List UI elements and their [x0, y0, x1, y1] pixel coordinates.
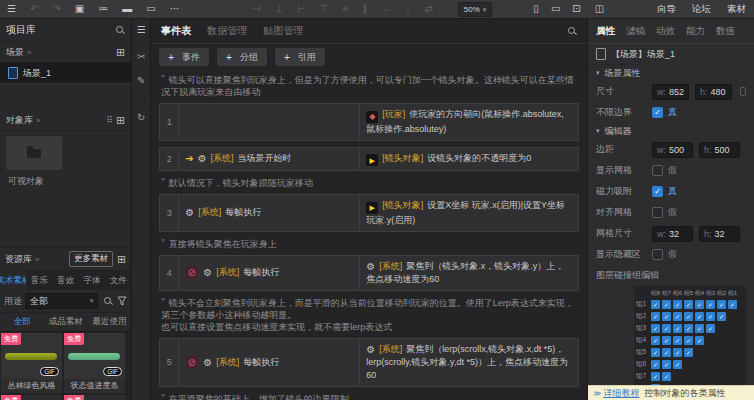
event-action-cell[interactable]: ⚙[系统]聚焦到（lerp(scrollx,镜头对象.x,dt *5)，lerp… [360, 339, 578, 386]
bool-checkbox[interactable] [652, 249, 663, 260]
swap-icon[interactable]: ⇄ [417, 0, 439, 18]
matrix-checkbox[interactable]: ✓ [673, 300, 682, 309]
matrix-cell[interactable]: ✓ [705, 312, 716, 321]
resource-sub-tab[interactable]: 全部 [0, 316, 44, 328]
matrix-cell[interactable]: ✓ [705, 324, 716, 333]
width-input[interactable]: w:852 [652, 84, 689, 100]
inspector-object-row[interactable]: 【场景】场景_1 [588, 44, 754, 65]
event-row[interactable]: 3⚙[系统]每帧执行▶[镜头对象]设置X坐标 玩家.x(启用)|设置Y坐标 玩家… [159, 194, 579, 232]
event-sheet-tab[interactable]: 事件表 [161, 24, 191, 38]
matrix-checkbox[interactable]: ✓ [673, 348, 682, 357]
matrix-cell[interactable]: ✓ [661, 312, 672, 321]
inspector-tab[interactable]: 属性 [596, 25, 615, 38]
matrix-cell[interactable]: ✓ [683, 324, 694, 333]
monitor-play-icon[interactable]: ⊡ [565, 0, 587, 18]
matrix-cell[interactable]: ✓ [694, 312, 705, 321]
event-condition-cell[interactable]: ⊘⚙[系统]每帧执行 [179, 256, 360, 290]
matrix-cell[interactable]: ✓ [650, 300, 661, 309]
matrix-cell[interactable]: ✓ [694, 336, 705, 345]
event-action-cell[interactable]: ▶[镜头对象]设置X坐标 玩家.x(启用)|设置Y坐标 玩家.y(启用) [360, 195, 578, 231]
add-button-事件[interactable]: +事件 [159, 48, 209, 66]
resource-library-header[interactable]: 资源库 » 更多素材 ⊞ [0, 248, 131, 271]
matrix-checkbox[interactable]: ✓ [695, 312, 704, 321]
object-folder-card[interactable] [6, 136, 62, 170]
align-top-icon[interactable]: ⊤ [313, 0, 336, 18]
matrix-cell[interactable]: ✓ [650, 324, 661, 333]
matrix-checkbox[interactable]: ✓ [684, 336, 693, 345]
matrix-cell[interactable]: ✓ [694, 324, 705, 333]
event-condition-cell[interactable]: ⚙[系统]每帧执行 [179, 195, 360, 231]
matrix-cell[interactable]: ✓ [694, 300, 705, 309]
event-comment[interactable]: "镜头不会立刻聚焦到玩家身上，而是平滑的从当前位置移动到玩家的位置。使用了Ler… [161, 297, 577, 333]
asset-card[interactable]: GIF丛林绿色风格免费 [0, 332, 63, 394]
matrix-checkbox[interactable]: ✓ [673, 312, 682, 321]
matrix-cell[interactable]: ✓ [661, 372, 672, 381]
event-row[interactable]: 4⊘⚙[系统]每帧执行⚙[系统]聚焦到（镜头对象.x，镜头对象.y）上，焦点移动… [159, 255, 579, 291]
bool-checkbox[interactable]: ✓ [652, 107, 663, 118]
matrix-checkbox[interactable]: ✓ [662, 324, 671, 333]
event-condition-cell[interactable]: ➔⚙[系统]当场景开始时 [179, 148, 360, 171]
matrix-checkbox[interactable]: ✓ [695, 336, 704, 345]
filter-dropdown[interactable]: 全部 ▾ [25, 293, 98, 309]
scene-section-header[interactable]: 场景 » ⊞ [0, 42, 131, 63]
zoom-dropdown[interactable]: 50%▾ [458, 2, 493, 17]
matrix-checkbox[interactable]: ✓ [706, 312, 715, 321]
matrix-checkbox[interactable]: ✓ [706, 324, 715, 333]
resource-tab[interactable]: 音乐 [26, 271, 52, 290]
undo-icon[interactable]: ↶ [23, 0, 45, 18]
matrix-checkbox[interactable]: ✓ [717, 300, 726, 309]
matrix-checkbox[interactable]: ✓ [662, 312, 671, 321]
matrix-cell[interactable]: ✓ [650, 348, 661, 357]
resource-search-icon[interactable] [103, 296, 113, 306]
toolbar-link-2[interactable]: 素材 [719, 3, 754, 16]
event-row[interactable]: 5⊘⚙[系统]每帧执行⚙[系统]聚焦到（lerp(scrollx,镜头对象.x,… [159, 338, 579, 387]
asset-card[interactable]: 免费 [0, 394, 63, 400]
frame-icon[interactable]: ▭ [139, 0, 162, 18]
height-input[interactable]: h:32 [699, 226, 740, 242]
matrix-cell[interactable]: ✓ [672, 348, 683, 357]
event-search-icon[interactable] [567, 26, 577, 36]
more-assets-button[interactable]: 更多素材 [69, 251, 113, 267]
inspector-tab[interactable]: 动效 [656, 25, 675, 38]
search-icon[interactable] [115, 25, 125, 35]
matrix-checkbox[interactable]: ✓ [706, 300, 715, 309]
event-sheet-tab[interactable]: 数据管理 [207, 24, 247, 38]
event-action-cell[interactable]: ⚙[系统]聚焦到（镜头对象.x，镜头对象.y）上，焦点移动速度为60 [360, 256, 578, 290]
matrix-checkbox[interactable]: ✓ [684, 300, 693, 309]
object-library-header[interactable]: 对象库 » ⠿ ⊞ [0, 110, 131, 131]
bool-checkbox[interactable] [652, 207, 663, 218]
matrix-cell[interactable]: ✓ [661, 300, 672, 309]
matrix-checkbox[interactable]: ✓ [651, 372, 660, 381]
more-icon[interactable]: ⋯ [163, 0, 187, 18]
event-comment[interactable]: "在平滑聚焦的基础上，增加了镜头的边界限制。场景中的四个边界对象决定了镜头的最大… [161, 393, 577, 400]
matrix-checkbox[interactable]: ✓ [651, 300, 660, 309]
matrix-checkbox[interactable]: ✓ [684, 312, 693, 321]
event-action-cell[interactable]: ◆[玩家]使玩家的方向朝向(鼠标操作.absolutex,鼠标操作.absolu… [360, 104, 578, 140]
filter-funnel-icon[interactable] [117, 296, 127, 306]
grid-view-icon[interactable]: ⠿ [107, 115, 113, 125]
matrix-cell[interactable]: ✓ [716, 300, 727, 309]
event-action-cell[interactable]: ▶[镜头对象]设镜头对象的不透明度为0 [360, 148, 578, 171]
height-input[interactable]: h:500 [699, 142, 740, 158]
matrix-checkbox[interactable]: ✓ [651, 336, 660, 345]
width-input[interactable]: w:32 [652, 226, 693, 242]
matrix-checkbox[interactable]: ✓ [651, 312, 660, 321]
pill-icon[interactable]: ▬ [115, 0, 139, 18]
scissors-icon[interactable]: ✂ [137, 51, 145, 62]
event-condition-cell[interactable]: ⊘⚙[系统]每帧执行 [179, 339, 360, 386]
matrix-cell[interactable]: ✓ [672, 336, 683, 345]
matrix-cell[interactable]: ✓ [650, 312, 661, 321]
matrix-cell[interactable]: ✓ [661, 348, 672, 357]
matrix-checkbox[interactable]: ✓ [662, 300, 671, 309]
matrix-cell[interactable]: ✓ [683, 300, 694, 309]
asset-card[interactable]: GIF状态值进度条免费 [63, 332, 126, 394]
matrix-cell[interactable]: ✓ [705, 300, 716, 309]
event-comment[interactable]: "直接将镜头聚焦在玩家身上 [161, 238, 577, 250]
matrix-checkbox[interactable]: ✓ [684, 348, 693, 357]
event-row[interactable]: 2➔⚙[系统]当场景开始时▶[镜头对象]设镜头对象的不透明度为0 [159, 147, 579, 172]
matrix-cell[interactable]: ✓ [661, 336, 672, 345]
matrix-checkbox[interactable]: ✓ [662, 372, 671, 381]
pen-icon[interactable]: ✎ [137, 75, 145, 86]
matrix-checkbox[interactable]: ✓ [695, 300, 704, 309]
matrix-checkbox[interactable]: ✓ [651, 348, 660, 357]
